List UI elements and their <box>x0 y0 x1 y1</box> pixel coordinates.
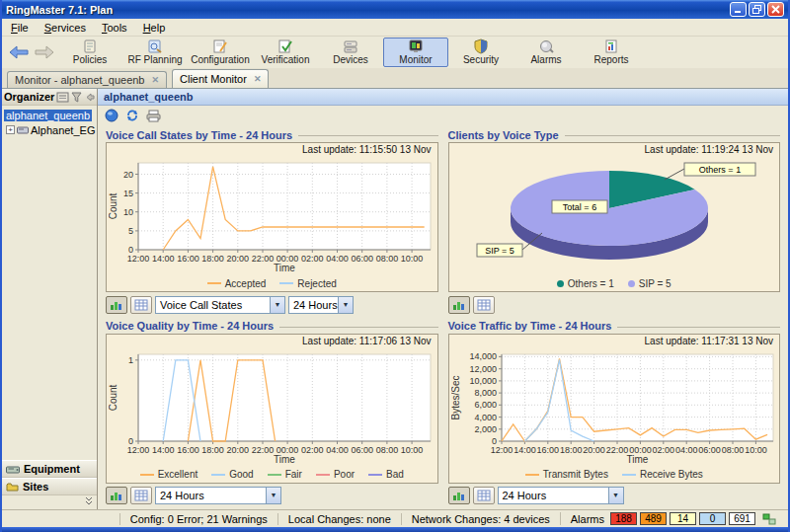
svg-text:Total = 6: Total = 6 <box>562 202 595 212</box>
chart-view-button[interactable] <box>448 296 470 314</box>
svg-text:22:00: 22:00 <box>252 254 275 264</box>
toolbar-verification[interactable]: Verification <box>253 38 318 67</box>
dropdown-arrow-icon: ▼ <box>608 488 623 503</box>
toolbar-configuration[interactable]: Configuration <box>188 38 253 67</box>
tab-close-icon[interactable]: ✕ <box>254 74 262 84</box>
sidebar-item-sites[interactable]: Sites <box>2 478 97 495</box>
time-range-dropdown[interactable]: 24 Hours▼ <box>155 487 281 504</box>
table-view-button[interactable] <box>130 296 152 314</box>
alarm-count-minor[interactable]: 14 <box>670 512 696 525</box>
time-range-dropdown[interactable]: 24 Hours▼ <box>288 296 354 314</box>
alarms-label: Alarms <box>571 513 604 525</box>
status-globe-icon[interactable] <box>105 109 118 122</box>
menubar: File Services Tools Help <box>2 19 788 37</box>
view-card-icon[interactable] <box>56 92 69 103</box>
filter-icon[interactable] <box>71 92 82 103</box>
statusbar: Config: 0 Error; 21 Warnings Local Chang… <box>2 509 788 527</box>
menu-services[interactable]: Services <box>38 21 93 35</box>
toolbar-alarms[interactable]: Alarms <box>514 38 579 67</box>
table-view-button[interactable] <box>473 487 495 504</box>
svg-text:Time: Time <box>626 454 648 465</box>
panel-controls: Voice Call States▼ 24 Hours▼ <box>106 292 438 314</box>
organizer-panel: Organizer alphanet_queenb + Alphanet_EG <box>2 89 98 509</box>
policies-icon <box>82 38 98 54</box>
menu-file[interactable]: File <box>4 21 36 35</box>
chart-view-button[interactable] <box>106 296 127 314</box>
panel-controls <box>448 292 781 314</box>
chart-legend: Transmit BytesReceive Bytes <box>451 467 778 483</box>
toolbar-devices[interactable]: Devices <box>318 38 383 67</box>
svg-text:15: 15 <box>123 189 133 198</box>
svg-text:14:00: 14:00 <box>514 445 536 455</box>
rf-planning-icon <box>147 38 163 54</box>
reports-icon <box>603 38 619 54</box>
chart-legend: Others = 1SIP = 5 <box>451 275 778 291</box>
tab-monitor-alphanet-queenb[interactable]: Monitor - alphanet_queenb ✕ <box>7 71 167 88</box>
menu-tools[interactable]: Tools <box>95 21 134 35</box>
close-button[interactable] <box>767 2 784 17</box>
configuration-icon <box>212 38 228 54</box>
print-icon[interactable] <box>146 110 161 122</box>
chart-view-button[interactable] <box>106 487 127 504</box>
ringmaster-window: RingMaster 7.1: Plan File Services Tools… <box>0 0 790 532</box>
tree-node-alphanet-queenb[interactable]: alphanet_queenb <box>4 108 97 122</box>
panel-voice-call-states: Voice Call States by Time - 24 Hours Las… <box>106 127 438 315</box>
organizer-tree: alphanet_queenb + Alphanet_EG <box>2 106 97 460</box>
tab-close-icon[interactable]: ✕ <box>151 75 159 85</box>
alarm-count-major[interactable]: 489 <box>640 512 667 525</box>
time-range-dropdown[interactable]: 24 Hours▼ <box>498 487 624 504</box>
panel-title: Clients by Voice Type <box>448 129 559 141</box>
svg-text:SIP = 5: SIP = 5 <box>485 246 514 256</box>
svg-text:16:00: 16:00 <box>536 445 559 455</box>
tree-node-alphanet-eg[interactable]: + Alphanet_EG <box>4 122 97 137</box>
table-view-button[interactable] <box>130 487 152 504</box>
chart-view-button[interactable] <box>448 487 470 504</box>
last-update-label: Last update: 11:15:50 13 Nov <box>109 144 435 157</box>
tab-client-monitor[interactable]: Client Monitor ✕ <box>172 69 269 88</box>
voice-call-states-chart: Last update: 11:15:50 13 Nov 0510152012:… <box>106 142 438 292</box>
menu-help[interactable]: Help <box>136 21 173 35</box>
svg-text:4,000: 4,000 <box>474 412 497 421</box>
svg-text:10:00: 10:00 <box>401 445 424 455</box>
svg-text:5: 5 <box>128 226 133 236</box>
voice-quality-chart: Last update: 11:17:06 13 Nov 0112:0014:0… <box>106 334 438 484</box>
svg-text:02:00: 02:00 <box>301 254 324 264</box>
verification-icon <box>277 38 293 54</box>
panel-controls: 24 Hours▼ <box>106 484 438 505</box>
window-bottom-border <box>2 527 788 532</box>
table-view-button[interactable] <box>473 296 495 314</box>
svg-text:20:00: 20:00 <box>227 445 250 455</box>
toolbar-monitor[interactable]: Monitor <box>383 38 448 67</box>
svg-text:10,000: 10,000 <box>469 375 497 385</box>
panel-title: Voice Call States by Time - 24 Hours <box>106 129 292 141</box>
svg-text:14,000: 14,000 <box>469 351 497 361</box>
forward-arrow-icon <box>35 45 54 59</box>
back-button[interactable] <box>6 41 32 63</box>
voice-traffic-line-chart: 02,0004,0006,0008,00010,00012,00014,0001… <box>451 348 781 465</box>
monitor-icon <box>408 38 424 54</box>
svg-text:10:00: 10:00 <box>401 254 424 264</box>
alarm-count-total[interactable]: 691 <box>729 512 755 525</box>
toolbar-security[interactable]: Security <box>448 38 514 67</box>
svg-text:06:00: 06:00 <box>698 445 721 455</box>
metric-dropdown[interactable]: Voice Call States▼ <box>155 296 285 314</box>
collapse-arrow-icon[interactable] <box>84 92 95 103</box>
security-icon <box>473 38 489 54</box>
alarm-count-info[interactable]: 0 <box>699 512 726 525</box>
minimize-button[interactable] <box>730 2 747 17</box>
expand-icon[interactable]: + <box>6 125 15 134</box>
restore-button[interactable] <box>749 2 765 17</box>
alarm-count-critical[interactable]: 188 <box>610 512 637 525</box>
sidebar-footer <box>2 495 97 509</box>
svg-text:06:00: 06:00 <box>351 445 373 455</box>
toolbar-reports[interactable]: Reports <box>579 38 644 67</box>
toolbar-policies[interactable]: Policies <box>57 38 122 67</box>
svg-text:18:00: 18:00 <box>201 254 224 264</box>
svg-text:08:00: 08:00 <box>376 445 399 455</box>
svg-text:10: 10 <box>123 207 133 217</box>
refresh-icon[interactable] <box>125 109 139 122</box>
sidebar-item-equipment[interactable]: Equipment <box>2 460 97 478</box>
more-panels-chevron-icon[interactable] <box>84 495 94 505</box>
toolbar-rf-planning[interactable]: RF Planning <box>122 38 188 67</box>
forward-button[interactable] <box>32 41 57 63</box>
